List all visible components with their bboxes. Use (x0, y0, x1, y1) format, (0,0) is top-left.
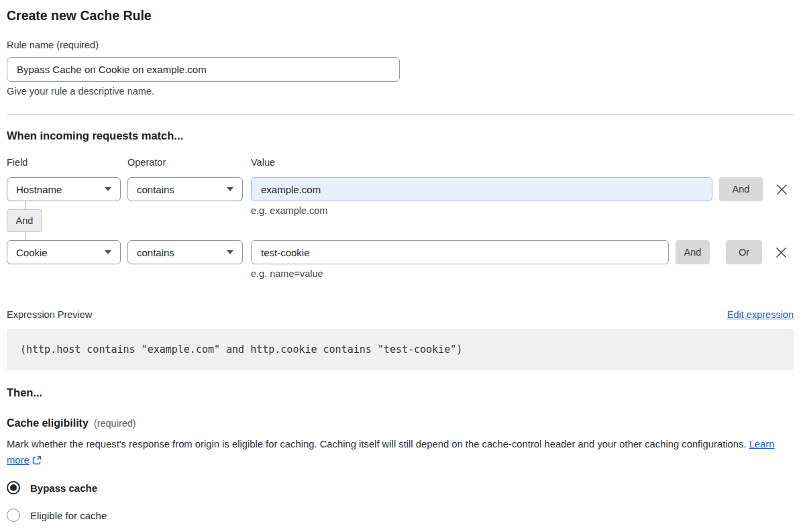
condition-row: Hostname contains e.g. example.com And (7, 177, 788, 216)
field-select[interactable]: Cookie (7, 240, 121, 264)
caret-down-icon (105, 187, 111, 191)
cache-eligibility-title: Cache eligibility (7, 417, 89, 429)
operator-select-value: contains (137, 184, 174, 195)
cache-eligibility-description: Mark whether the request's response from… (7, 436, 794, 470)
value-column: e.g. name=value (251, 240, 669, 279)
eligible-for-cache-option[interactable]: Eligible for cache (7, 509, 794, 522)
value-input[interactable] (251, 240, 669, 264)
operator-select-value: contains (137, 247, 174, 258)
match-heading: When incoming requests match... (7, 130, 794, 142)
remove-condition-button[interactable] (774, 240, 788, 264)
or-button[interactable]: Or (726, 240, 762, 264)
caret-down-icon (227, 187, 233, 191)
value-input[interactable] (251, 177, 712, 201)
field-select-value: Hostname (16, 184, 62, 195)
connector-line (25, 232, 25, 240)
rule-name-label: Rule name (required) (7, 40, 794, 50)
field-select[interactable]: Hostname (7, 177, 121, 201)
expression-code-text: (http.host contains "example.com" and ht… (20, 343, 462, 356)
radio-selected-icon (7, 481, 20, 494)
value-helper: e.g. example.com (251, 206, 712, 216)
rule-name-input[interactable] (7, 57, 400, 82)
remove-condition-button[interactable] (775, 177, 788, 201)
caret-down-icon (105, 250, 111, 254)
close-icon (776, 184, 788, 195)
operator-column-label: Operator (127, 158, 166, 168)
field-column-label: Field (7, 158, 28, 168)
expression-preview-code: (http.host contains "example.com" and ht… (7, 329, 794, 370)
caret-down-icon (227, 250, 233, 254)
and-button[interactable]: And (676, 240, 710, 264)
condition-row: Cookie contains e.g. name=value And Or (7, 240, 788, 279)
cache-eligibility-heading: Cache eligibility (required) (7, 417, 794, 429)
connector-line (25, 201, 25, 209)
bypass-cache-label: Bypass cache (30, 482, 97, 494)
value-column-label: Value (251, 158, 275, 168)
expression-builder: Field Operator Value Hostname contains e… (7, 158, 794, 280)
expression-preview-label: Expression Preview (7, 309, 92, 320)
edit-expression-link[interactable]: Edit expression (727, 309, 794, 320)
expression-preview-header: Expression Preview Edit expression (7, 309, 794, 320)
radio-unselected-icon (7, 509, 20, 522)
eligible-for-cache-label: Eligible for cache (30, 510, 107, 521)
field-select-value: Cookie (16, 247, 48, 258)
and-button[interactable]: And (719, 177, 763, 201)
create-cache-rule-page: Create new Cache Rule Rule name (require… (0, 8, 805, 522)
section-divider (7, 114, 794, 115)
bypass-cache-option[interactable]: Bypass cache (7, 481, 794, 494)
operator-select[interactable]: contains (127, 177, 243, 201)
then-heading: Then... (7, 387, 794, 398)
external-link-icon (32, 454, 42, 470)
value-helper: e.g. name=value (251, 269, 669, 279)
page-title: Create new Cache Rule (7, 8, 794, 23)
operator-select[interactable]: contains (127, 240, 243, 264)
value-column: e.g. example.com (251, 177, 712, 216)
rule-name-helper: Give your rule a descriptive name. (7, 87, 794, 97)
description-text: Mark whether the request's response from… (7, 439, 747, 449)
close-icon (775, 247, 787, 258)
connector-and-button[interactable]: And (7, 209, 42, 232)
required-suffix: (required) (94, 418, 136, 429)
